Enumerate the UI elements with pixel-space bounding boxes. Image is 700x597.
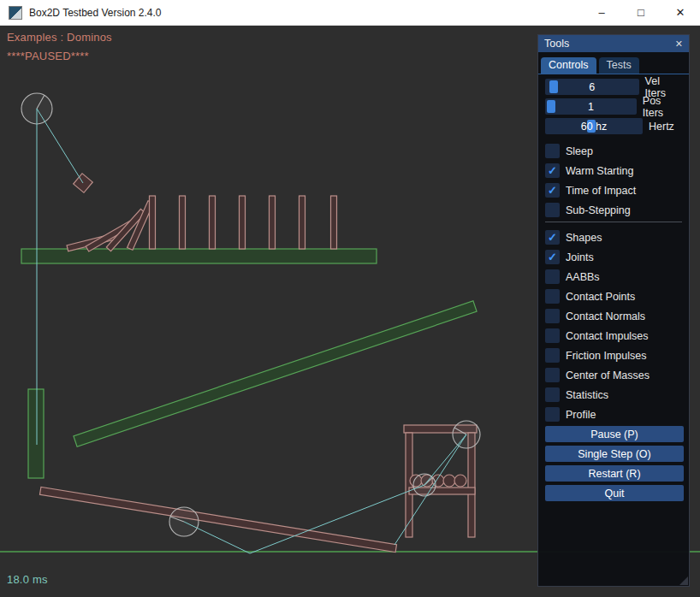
- tools-window: Tools ✕ Controls Tests 6 Vel Iters 1 Pos…: [537, 34, 690, 587]
- check-icon: ✓: [548, 185, 557, 196]
- checkbox-time-of-impact[interactable]: ✓ Time of Impact: [545, 182, 682, 198]
- resize-grip[interactable]: [679, 576, 688, 585]
- checkbox-contact-points[interactable]: Contact Points: [545, 288, 682, 304]
- tab-controls[interactable]: Controls: [541, 57, 596, 74]
- checkbox-label: Sleep: [566, 145, 593, 157]
- checkbox-sleep[interactable]: Sleep: [545, 143, 682, 159]
- checkbox-box[interactable]: [545, 368, 560, 382]
- checkbox-contact-impulses[interactable]: Contact Impulses: [545, 328, 682, 344]
- check-icon: ✓: [548, 251, 557, 263]
- checkbox-box[interactable]: ✓: [545, 183, 560, 198]
- quit-button[interactable]: Quit: [545, 485, 684, 501]
- slider-track[interactable]: 60 hz: [545, 118, 643, 134]
- slider-value: 1: [545, 98, 637, 115]
- checkbox-label: Contact Impulses: [566, 330, 649, 342]
- example-label: Examples : Dominos: [7, 31, 112, 44]
- close-button[interactable]: ✕: [661, 0, 700, 25]
- checkbox-box[interactable]: [545, 269, 560, 284]
- checkbox-box[interactable]: [545, 387, 560, 402]
- dynamic-bodies[interactable]: [39, 174, 477, 553]
- slider-label: Hertz: [649, 121, 674, 133]
- checkbox-box[interactable]: ✓: [545, 230, 560, 245]
- checkbox-label: Contact Normals: [566, 310, 645, 322]
- checkbox-label: Shapes: [566, 232, 602, 244]
- checkbox-box[interactable]: [545, 348, 560, 363]
- checkbox-box[interactable]: ✓: [545, 250, 560, 264]
- checkbox-label: Joints: [566, 251, 594, 263]
- panel-body: 6 Vel Iters 1 Pos Iters 60 hz Hertz Slee…: [538, 74, 689, 501]
- checkbox-box[interactable]: ✓: [545, 163, 560, 178]
- checkbox-label: Center of Masses: [566, 369, 650, 381]
- checkbox-statistics[interactable]: Statistics: [545, 387, 682, 403]
- pause-button[interactable]: Pause (P): [545, 426, 684, 442]
- tools-title: Tools: [544, 38, 569, 50]
- checkbox-box[interactable]: [545, 309, 560, 323]
- tab-bar: Controls Tests: [538, 52, 689, 74]
- checkbox-label: Contact Points: [566, 291, 635, 303]
- slider-label: Pos Iters: [643, 95, 682, 119]
- checkbox-joints[interactable]: ✓ Joints: [545, 249, 682, 265]
- checkbox-contact-normals[interactable]: Contact Normals: [545, 308, 682, 324]
- checkbox-label: Time of Impact: [566, 185, 636, 197]
- checkbox-label: Statistics: [566, 389, 608, 401]
- window-titlebar: Box2D Testbed Version 2.4.0 – □ ✕: [0, 0, 700, 26]
- checkbox-shapes[interactable]: ✓ Shapes: [545, 229, 682, 245]
- maximize-button[interactable]: □: [621, 0, 661, 25]
- checkbox-box[interactable]: [545, 407, 560, 422]
- checkbox-profile[interactable]: Profile: [545, 406, 682, 423]
- checkbox-label: Profile: [566, 409, 596, 421]
- checkbox-box[interactable]: [545, 328, 560, 343]
- tools-titlebar[interactable]: Tools ✕: [538, 35, 689, 52]
- frame-time-label: 18.0 ms: [7, 573, 48, 586]
- separator: [545, 222, 682, 222]
- slider-value: 6: [545, 79, 639, 95]
- slider-value: 60 hz: [545, 118, 643, 134]
- checkbox-warm-starting[interactable]: ✓ Warm Starting: [545, 163, 682, 179]
- check-icon: ✓: [548, 232, 557, 243]
- checkbox-friction-impulses[interactable]: Friction Impulses: [545, 347, 682, 364]
- checkbox-aabbs[interactable]: AABBs: [545, 269, 682, 285]
- checkbox-center-of-masses[interactable]: Center of Masses: [545, 367, 682, 383]
- window-controls: – □ ✕: [582, 0, 700, 25]
- restart-button[interactable]: Restart (R): [545, 465, 684, 482]
- slider-track[interactable]: 6: [545, 79, 639, 95]
- paused-label: ****PAUSED****: [7, 50, 89, 62]
- checkbox-label: AABBs: [566, 271, 600, 283]
- checkbox-sub-stepping[interactable]: Sub-Stepping: [545, 202, 682, 218]
- slider-track[interactable]: 1: [545, 98, 637, 115]
- tab-tests[interactable]: Tests: [599, 57, 639, 74]
- slider-vel-iters[interactable]: 6 Vel Iters: [545, 79, 682, 95]
- minimize-button[interactable]: –: [582, 0, 621, 25]
- checkbox-label: Sub-Stepping: [566, 204, 631, 216]
- tools-close-icon[interactable]: ✕: [675, 38, 683, 50]
- slider-pos-iters[interactable]: 1 Pos Iters: [545, 98, 682, 115]
- checkbox-box[interactable]: [545, 289, 560, 304]
- app-icon: [9, 6, 22, 20]
- slider-hertz[interactable]: 60 hz Hertz: [545, 118, 682, 134]
- single-step-button[interactable]: Single Step (O): [545, 446, 684, 462]
- checkbox-label: Warm Starting: [566, 165, 633, 177]
- checkbox-box[interactable]: [545, 144, 560, 158]
- window-title: Box2D Testbed Version 2.4.0: [29, 7, 162, 19]
- checkbox-box[interactable]: [545, 203, 560, 217]
- check-icon: ✓: [548, 165, 557, 176]
- checkbox-label: Friction Impulses: [566, 350, 646, 362]
